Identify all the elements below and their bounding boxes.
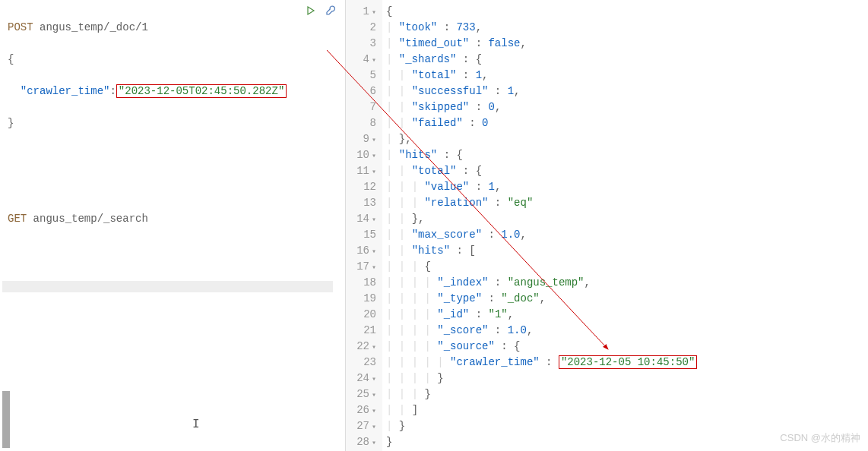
response-code[interactable]: {| "took" : 733,| "timed_out" : false,| … — [382, 0, 697, 451]
run-icon[interactable] — [304, 4, 318, 17]
code-line: | | | | "_index" : "angus_temp", — [386, 275, 697, 291]
gutter-line-number: 22▾ — [350, 339, 376, 355]
code-line: | | | { — [386, 259, 697, 275]
code-line: | | | | "_type" : "_doc", — [386, 291, 697, 307]
horizontal-scrollbar[interactable] — [2, 281, 333, 292]
fold-arrow-icon[interactable]: ▾ — [372, 439, 376, 447]
gutter-line-number: 28▾ — [350, 434, 376, 450]
code-line: | "timed_out" : false, — [386, 36, 697, 52]
gutter-line-number: 14▾ — [350, 211, 376, 227]
gutter-line-number: 11▾ — [350, 163, 376, 179]
gutter-line-number: 8 — [350, 115, 376, 131]
code-line: { — [386, 4, 697, 20]
response-pane: 1▾234▾56789▾10▾11▾121314▾1516▾17▾1819202… — [346, 0, 868, 451]
fold-arrow-icon[interactable]: ▾ — [372, 168, 376, 176]
code-line: | | "successful" : 1, — [386, 84, 697, 99]
editor-toolbar — [304, 4, 337, 17]
code-line: | | | | | "crawler_time" : "2023-12-05 1… — [386, 355, 697, 371]
gutter-line-number: 19 — [350, 291, 376, 307]
code-line: | | "total" : 1, — [386, 68, 697, 84]
code-line: | | "hits" : [ — [386, 243, 697, 259]
code-line: | | "total" : { — [386, 163, 697, 179]
fold-arrow-icon[interactable]: ▾ — [372, 263, 376, 272]
fold-arrow-icon[interactable]: ▾ — [372, 407, 376, 415]
code-line: | "took" : 733, — [386, 20, 697, 36]
gutter-line-number: 7 — [350, 99, 376, 115]
gutter-line-number: 3 — [350, 36, 376, 52]
gutter-line-number: 15 — [350, 227, 376, 243]
gutter-line-number: 25▾ — [350, 386, 376, 402]
fold-arrow-icon[interactable]: ▾ — [372, 216, 376, 224]
code-line: | } — [386, 418, 697, 434]
fold-arrow-icon[interactable]: ▾ — [372, 136, 376, 144]
code-line: | | | "relation" : "eq" — [386, 195, 697, 211]
code-line: | | | | "_source" : { — [386, 339, 697, 355]
request-editor-content[interactable]: POST angus_temp/_doc/1 { "crawler_time":… — [0, 0, 345, 263]
main-container: POST angus_temp/_doc/1 { "crawler_time":… — [0, 0, 868, 451]
fold-arrow-icon[interactable]: ▾ — [372, 152, 376, 160]
vertical-scrollbar-thumb[interactable] — [2, 391, 10, 448]
code-line: | | "max_score" : 1.0, — [386, 227, 697, 243]
crawler-time-output-highlight: "2023-12-05 10:45:50" — [559, 355, 697, 369]
gutter-line-number: 24▾ — [350, 371, 376, 386]
fold-arrow-icon[interactable]: ▾ — [372, 423, 376, 431]
gutter-line-number: 9▾ — [350, 131, 376, 147]
code-line: | | | | "_id" : "1", — [386, 307, 697, 323]
fold-arrow-icon[interactable]: ▾ — [372, 343, 376, 352]
code-line: | | | | } — [386, 371, 697, 386]
gutter-line-number: 16▾ — [350, 243, 376, 259]
wrench-icon[interactable] — [324, 4, 337, 17]
code-line: | | "skipped" : 0, — [386, 99, 697, 115]
gutter-line-number: 5 — [350, 68, 376, 84]
http-method: POST — [8, 21, 33, 33]
code-line: | | | | "_score" : 1.0, — [386, 323, 697, 339]
watermark-text: CSDN @水的精神 — [780, 431, 860, 445]
code-line: | | | "value" : 1, — [386, 179, 697, 195]
fold-arrow-icon[interactable]: ▾ — [372, 391, 376, 399]
response-gutter: 1▾234▾56789▾10▾11▾121314▾1516▾17▾1819202… — [346, 0, 382, 451]
gutter-line-number: 6 — [350, 84, 376, 99]
crawler-time-input-highlight: "2023-12-05T02:45:50.282Z" — [116, 84, 287, 98]
gutter-line-number: 18 — [350, 275, 376, 291]
http-method: GET — [8, 213, 27, 225]
gutter-line-number: 10▾ — [350, 147, 376, 163]
code-line: | | ] — [386, 402, 697, 418]
gutter-line-number: 21 — [350, 323, 376, 339]
code-line: | | "failed" : 0 — [386, 115, 697, 131]
fold-arrow-icon[interactable]: ▾ — [372, 8, 376, 17]
gutter-line-number: 1▾ — [350, 4, 376, 20]
gutter-line-number: 27▾ — [350, 418, 376, 434]
code-line: | | }, — [386, 211, 697, 227]
gutter-line-number: 23 — [350, 355, 376, 371]
gutter-line-number: 12 — [350, 179, 376, 195]
code-line: | "_shards" : { — [386, 52, 697, 68]
gutter-line-number: 13 — [350, 195, 376, 211]
code-line: | }, — [386, 131, 697, 147]
fold-arrow-icon[interactable]: ▾ — [372, 375, 376, 383]
gutter-line-number: 2 — [350, 20, 376, 36]
gutter-line-number: 4▾ — [350, 52, 376, 68]
code-line: | "hits" : { — [386, 147, 697, 163]
text-cursor-icon: I — [192, 418, 200, 431]
fold-arrow-icon[interactable]: ▾ — [372, 56, 376, 65]
request-editor-pane[interactable]: POST angus_temp/_doc/1 { "crawler_time":… — [0, 0, 346, 451]
fold-arrow-icon[interactable]: ▾ — [372, 248, 376, 256]
gutter-line-number: 20 — [350, 307, 376, 323]
code-line: } — [386, 434, 697, 450]
code-line: | | | } — [386, 386, 697, 402]
gutter-line-number: 26▾ — [350, 402, 376, 418]
gutter-line-number: 17▾ — [350, 259, 376, 275]
